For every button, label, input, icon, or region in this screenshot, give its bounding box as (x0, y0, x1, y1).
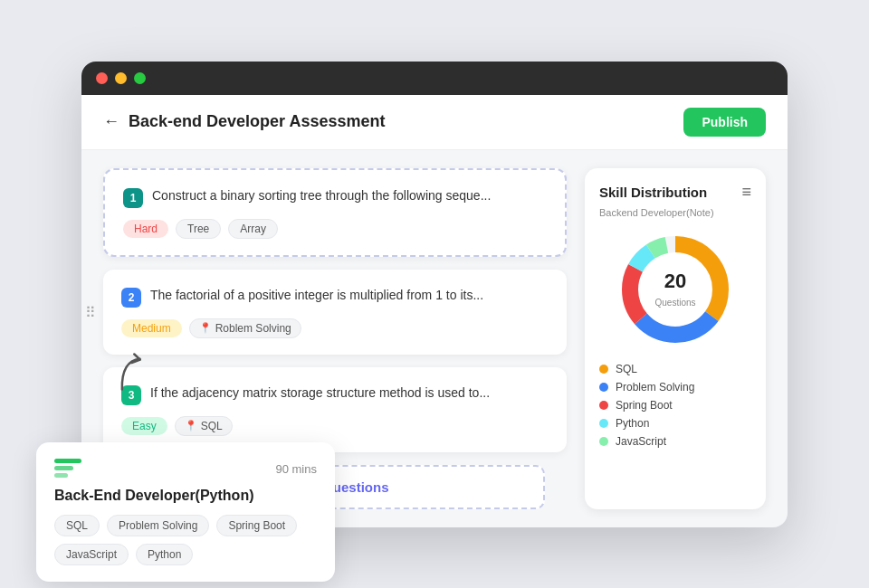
legend-item: Python (599, 417, 751, 430)
main-content: 1 Construct a binary sorting tree throug… (81, 150, 788, 527)
floating-time: 90 mins (275, 462, 317, 476)
legend-label-python: Python (616, 417, 649, 430)
skill-distribution-panel: Skill Distribution ≡ Backend Developer(N… (585, 168, 766, 509)
question-card[interactable]: 1 Construct a binary sorting tree throug… (103, 168, 567, 257)
stack-icon (54, 459, 81, 480)
back-button[interactable]: ← (103, 112, 119, 131)
page-title: Back-end Developer Assessment (129, 112, 385, 131)
tag-python: Python (136, 544, 193, 565)
donut-sub: Questions (654, 298, 695, 308)
tag-javascript: JavaScript (54, 544, 129, 565)
skill-subtitle: Backend Developer(Note) (599, 207, 751, 218)
page-header: ← Back-end Developer Assessment Publish (81, 95, 788, 150)
question-header: 3 If the adjacency matrix storage struct… (121, 384, 549, 405)
tag-tree: Tree (176, 219, 221, 239)
browser-window: ← Back-end Developer Assessment Publish … (81, 62, 788, 527)
skill-panel-header: Skill Distribution ≡ (599, 183, 751, 202)
donut-count: 20 (654, 270, 695, 293)
tag-spring-boot: Spring Boot (216, 515, 297, 536)
question-text: If the adjacency matrix storage structur… (150, 384, 490, 403)
legend-item: JavaScript (599, 435, 751, 448)
legend-dot-spring (599, 401, 608, 410)
question-tags: Easy 📍 SQL (121, 416, 549, 436)
question-number: 2 (121, 288, 141, 308)
tag-sql: 📍 SQL (175, 416, 233, 436)
question-text: Construct a binary sorting tree through … (152, 186, 491, 205)
legend-label-spring: Spring Boot (616, 399, 673, 412)
drag-handle-icon: ⠿ (85, 303, 96, 320)
question-number: 1 (123, 188, 143, 208)
legend-label-problem: Problem Solving (616, 381, 694, 394)
menu-icon[interactable]: ≡ (741, 183, 751, 202)
header-left: ← Back-end Developer Assessment (103, 112, 385, 131)
tag-hard: Hard (123, 220, 168, 238)
legend-dot-python (599, 419, 608, 428)
legend-dot-js (599, 437, 608, 446)
legend-dot-sql (599, 365, 608, 374)
maximize-button[interactable] (134, 72, 146, 84)
tag-label: Roblem Solving (215, 322, 291, 335)
pin-icon: 📍 (199, 322, 212, 334)
floating-card-title: Back-End Developer(Python) (54, 488, 317, 504)
question-text: The factorial of a positive integer is m… (150, 286, 483, 305)
close-button[interactable] (96, 72, 108, 84)
browser-titlebar (81, 62, 788, 95)
skill-legend: SQL Problem Solving Spring Boot Python J… (599, 363, 751, 448)
legend-item: SQL (599, 363, 751, 375)
minimize-button[interactable] (115, 72, 127, 84)
question-header: 2 The factorial of a positive integer is… (121, 286, 549, 308)
donut-label: 20 Questions (654, 270, 695, 309)
question-tags: Hard Tree Array (123, 219, 547, 239)
tag-sql: SQL (54, 515, 100, 536)
floating-card-tags: SQL Problem Solving Spring Boot JavaScri… (54, 515, 317, 565)
tag-medium: Medium (121, 319, 182, 337)
donut-chart: 20 Questions (599, 231, 751, 348)
legend-label-js: JavaScript (616, 435, 666, 448)
tag-array: Array (228, 219, 278, 239)
floating-card-top: 90 mins (54, 459, 317, 480)
question-tags: Medium 📍 Roblem Solving (121, 318, 549, 338)
legend-item: Spring Boot (599, 399, 751, 412)
question-header: 1 Construct a binary sorting tree throug… (123, 186, 547, 208)
legend-dot-problem (599, 383, 608, 392)
tag-label: SQL (201, 420, 223, 432)
tag-easy: Easy (121, 417, 167, 435)
question-card[interactable]: 3 If the adjacency matrix storage struct… (103, 367, 567, 452)
pin-icon: 📍 (185, 420, 197, 432)
question-card[interactable]: ⠿ 2 The factorial of a positive integer … (103, 270, 567, 355)
floating-card: 90 mins Back-End Developer(Python) SQL P… (36, 442, 335, 582)
tag-problem-solving: Problem Solving (107, 515, 209, 536)
publish-button[interactable]: Publish (683, 108, 766, 137)
tag-problem-solving: 📍 Roblem Solving (189, 318, 301, 338)
legend-item: Problem Solving (599, 381, 751, 394)
legend-label-sql: SQL (616, 363, 637, 375)
skill-panel-title: Skill Distribution (599, 185, 707, 200)
